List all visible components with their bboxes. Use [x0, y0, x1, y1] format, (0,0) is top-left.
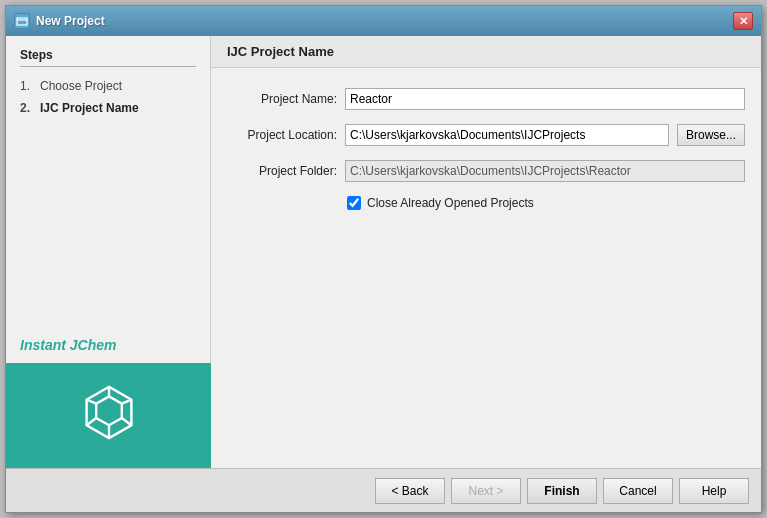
finish-button[interactable]: Finish	[527, 478, 597, 504]
close-projects-label: Close Already Opened Projects	[367, 196, 534, 210]
step-item-1: 1. Choose Project	[20, 77, 196, 95]
svg-rect-0	[17, 18, 27, 25]
project-name-input[interactable]	[345, 88, 745, 110]
hex-icon	[77, 382, 141, 449]
panel-body: Project Name: Project Location: Browse..…	[211, 68, 761, 468]
svg-line-5	[121, 400, 131, 404]
sidebar-top: Steps 1. Choose Project 2. IJC Project N…	[6, 36, 210, 329]
window-icon	[14, 13, 30, 29]
new-project-window: New Project ✕ Steps 1. Choose Project 2.…	[5, 5, 762, 513]
sidebar: Steps 1. Choose Project 2. IJC Project N…	[6, 36, 211, 468]
project-folder-input[interactable]	[345, 160, 745, 182]
content-area: Steps 1. Choose Project 2. IJC Project N…	[6, 36, 761, 468]
project-location-input[interactable]	[345, 124, 669, 146]
svg-line-6	[121, 418, 131, 425]
panel-header: IJC Project Name	[211, 36, 761, 68]
step-item-2: 2. IJC Project Name	[20, 99, 196, 117]
svg-line-8	[86, 418, 96, 425]
checkbox-row: Close Already Opened Projects	[347, 196, 745, 210]
brand-text: Instant JChem	[6, 329, 210, 363]
project-name-row: Project Name:	[227, 88, 745, 110]
sidebar-image	[6, 363, 211, 468]
project-location-row: Project Location: Browse...	[227, 124, 745, 146]
next-button[interactable]: Next >	[451, 478, 521, 504]
step-label-1: Choose Project	[40, 79, 122, 93]
svg-marker-3	[96, 396, 122, 425]
browse-button[interactable]: Browse...	[677, 124, 745, 146]
project-folder-label: Project Folder:	[227, 164, 337, 178]
window-title: New Project	[36, 14, 105, 28]
close-projects-checkbox[interactable]	[347, 196, 361, 210]
button-bar: < Back Next > Finish Cancel Help	[6, 468, 761, 512]
project-folder-row: Project Folder:	[227, 160, 745, 182]
steps-title: Steps	[20, 48, 196, 67]
help-button[interactable]: Help	[679, 478, 749, 504]
svg-line-9	[86, 400, 96, 404]
title-bar-left: New Project	[14, 13, 105, 29]
right-panel: IJC Project Name Project Name: Project L…	[211, 36, 761, 468]
back-button[interactable]: < Back	[375, 478, 445, 504]
project-location-label: Project Location:	[227, 128, 337, 142]
step-number-1: 1.	[20, 79, 34, 93]
project-name-label: Project Name:	[227, 92, 337, 106]
step-number-2: 2.	[20, 101, 34, 115]
step-label-2: IJC Project Name	[40, 101, 139, 115]
title-bar: New Project ✕	[6, 6, 761, 36]
cancel-button[interactable]: Cancel	[603, 478, 673, 504]
close-button[interactable]: ✕	[733, 12, 753, 30]
